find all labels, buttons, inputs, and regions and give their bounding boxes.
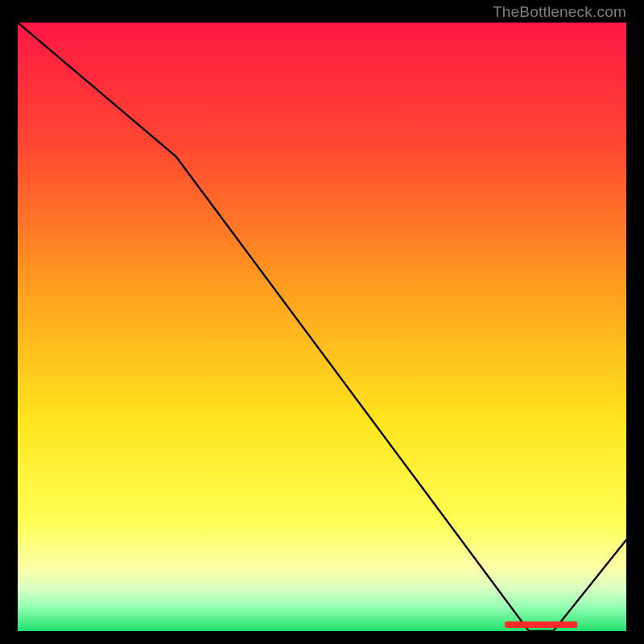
bottom-label-marker — [505, 621, 577, 628]
plot-area — [18, 23, 626, 631]
gradient-background — [18, 23, 626, 631]
attribution-text: TheBottleneck.com — [493, 3, 626, 21]
chart-container: TheBottleneck.com — [0, 0, 644, 644]
chart-svg — [18, 23, 626, 631]
